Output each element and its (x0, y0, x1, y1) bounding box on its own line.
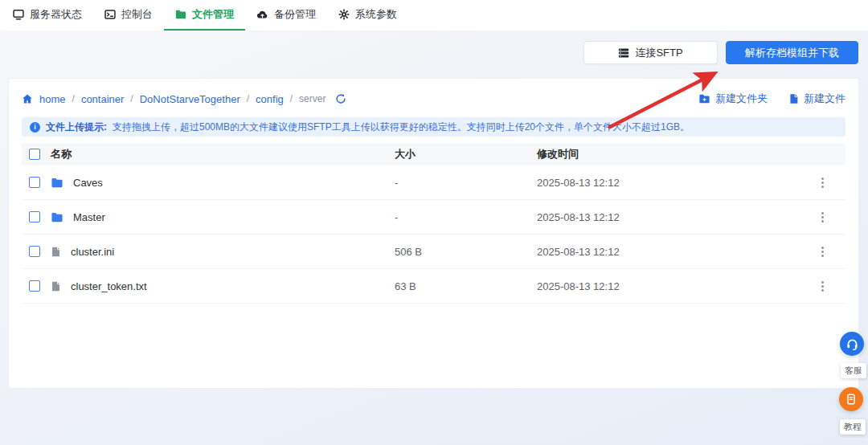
top-nav: 服务器状态 控制台 文件管理 备份管理 系统参数 (0, 0, 868, 31)
row-menu-button[interactable] (813, 208, 831, 226)
breadcrumb-separator: / (130, 93, 133, 104)
tab-system-params[interactable]: 系统参数 (327, 0, 408, 31)
new-file-label: 新建文件 (804, 92, 845, 106)
row-checkbox[interactable] (29, 280, 40, 292)
monitor-icon (13, 9, 24, 20)
file-name[interactable]: Caves (73, 177, 103, 189)
breadcrumb-separator: / (247, 93, 249, 104)
tab-server-status[interactable]: 服务器状态 (2, 0, 93, 31)
breadcrumb-link-dst[interactable]: DoNotStarveTogether (140, 93, 240, 105)
support-label[interactable]: 客服 (841, 363, 866, 378)
tab-label: 文件管理 (192, 7, 234, 22)
table-row[interactable]: Caves - 2025-08-13 12:12 (22, 165, 845, 200)
gear-icon (338, 9, 350, 20)
row-checkbox[interactable] (29, 177, 40, 188)
parse-download-button[interactable]: 解析存档模组并下载 (726, 41, 858, 64)
table-header-row: 名称 大小 修改时间 (22, 143, 845, 165)
file-size: 63 B (395, 280, 537, 292)
column-header-modified: 修改时间 (537, 147, 813, 161)
file-size: - (395, 211, 537, 223)
upload-tip-alert: i 文件上传提示: 支持拖拽上传，超过500MB的大文件建议使用SFTP工具上传… (22, 117, 845, 137)
breadcrumb-current: server (299, 93, 326, 104)
select-all-checkbox[interactable] (29, 149, 40, 160)
tab-file-manager[interactable]: 文件管理 (164, 0, 245, 31)
tab-label: 备份管理 (274, 7, 316, 22)
file-name[interactable]: cluster_token.txt (71, 280, 147, 292)
refresh-button[interactable] (335, 93, 346, 104)
new-folder-icon (698, 93, 710, 104)
table-row[interactable]: cluster.ini 506 B 2025-08-13 12:12 (22, 235, 845, 269)
alert-title: 文件上传提示: (46, 120, 107, 134)
tab-backup[interactable]: 备份管理 (245, 0, 327, 31)
headset-icon (845, 337, 859, 351)
parse-download-label: 解析存档模组并下载 (745, 46, 839, 60)
file-modified: 2025-08-13 12:12 (537, 211, 813, 223)
folder-icon (51, 177, 63, 189)
file-icon (51, 280, 61, 292)
file-modified: 2025-08-13 12:12 (537, 280, 813, 292)
info-icon: i (30, 122, 40, 133)
tab-console[interactable]: 控制台 (93, 0, 164, 31)
file-modified: 2025-08-13 12:12 (537, 177, 813, 189)
home-icon[interactable] (22, 93, 33, 104)
table-row[interactable]: cluster_token.txt 63 B 2025-08-13 12:12 (22, 269, 845, 304)
book-icon (845, 393, 858, 406)
folder-icon (175, 9, 186, 20)
file-size: 506 B (395, 246, 537, 258)
server-icon (618, 47, 629, 59)
file-icon (51, 246, 61, 258)
new-folder-label: 新建文件夹 (715, 92, 768, 106)
column-header-name: 名称 (51, 147, 395, 161)
row-menu-button[interactable] (813, 174, 831, 191)
breadcrumb-separator: / (72, 93, 75, 104)
tutorial-label[interactable]: 教程 (840, 419, 866, 435)
breadcrumb-row: home / container / DoNotStarveTogether /… (22, 85, 845, 112)
cloud-backup-icon (256, 9, 268, 20)
file-manager-panel: home / container / DoNotStarveTogether /… (8, 78, 859, 389)
tab-label: 控制台 (121, 7, 153, 22)
breadcrumb-link-container[interactable]: container (81, 93, 124, 105)
column-header-size: 大小 (395, 147, 537, 161)
new-file-icon (788, 93, 799, 104)
file-modified: 2025-08-13 12:12 (537, 246, 813, 258)
alert-text: 支持拖拽上传，超过500MB的大文件建议使用SFTP工具上传以获得更好的稳定性。… (113, 120, 690, 134)
tutorial-button[interactable] (839, 387, 863, 411)
connect-sftp-label: 连接SFTP (635, 46, 682, 60)
breadcrumb-link-config[interactable]: config (256, 93, 284, 105)
file-table: 名称 大小 修改时间 Caves - 2025-08-13 12:12 (22, 143, 845, 304)
tab-label: 系统参数 (355, 7, 397, 22)
toolbar: 连接SFTP 解析存档模组并下载 (583, 41, 858, 64)
breadcrumb-link-home[interactable]: home (39, 93, 66, 105)
console-icon (104, 9, 116, 20)
breadcrumb: home / container / DoNotStarveTogether /… (22, 93, 346, 105)
file-name[interactable]: cluster.ini (71, 246, 114, 258)
tab-label: 服务器状态 (30, 7, 82, 22)
new-file-button[interactable]: 新建文件 (788, 92, 845, 106)
row-menu-button[interactable] (813, 243, 831, 260)
file-size: - (395, 177, 537, 189)
support-button[interactable] (840, 332, 864, 356)
new-folder-button[interactable]: 新建文件夹 (698, 92, 768, 106)
row-checkbox[interactable] (29, 246, 40, 257)
row-checkbox[interactable] (29, 211, 40, 222)
breadcrumb-separator: / (290, 93, 293, 104)
table-row[interactable]: Master - 2025-08-13 12:12 (22, 200, 845, 235)
row-menu-button[interactable] (813, 277, 831, 295)
file-actions: 新建文件夹 新建文件 (698, 92, 845, 106)
connect-sftp-button[interactable]: 连接SFTP (583, 41, 718, 64)
folder-icon (51, 211, 63, 223)
file-name[interactable]: Master (73, 211, 105, 223)
